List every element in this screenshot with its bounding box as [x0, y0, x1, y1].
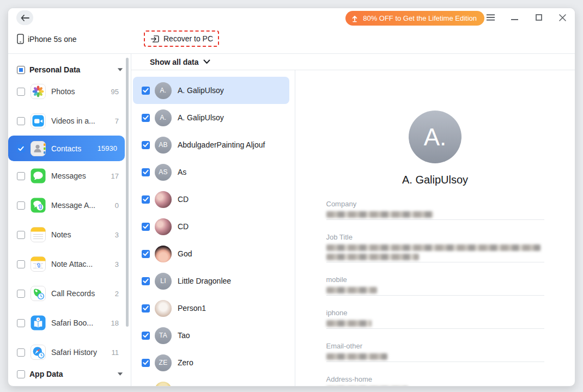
upgrade-arrow-icon	[351, 15, 359, 22]
app-data-checkbox[interactable]	[17, 370, 25, 378]
sidebar-item-label: Contacts	[51, 144, 98, 153]
field-value-redacted	[326, 254, 419, 260]
contact-list-item[interactable]: A.A. GalipUlsoy	[131, 104, 295, 131]
contact-list-item[interactable]: God	[131, 240, 295, 267]
note-attachments-icon	[31, 256, 46, 272]
contact-list-item[interactable]: Person1	[131, 295, 295, 322]
contact-checkbox[interactable]	[142, 359, 150, 367]
contact-checkbox[interactable]	[142, 223, 150, 231]
field-label: mobile	[326, 275, 544, 284]
sidebar-item-checkbox[interactable]	[17, 290, 25, 298]
maximize-icon[interactable]	[534, 12, 543, 23]
contact-name: A. GalipUlsoy	[178, 86, 224, 95]
contact-name: As	[178, 168, 186, 176]
sidebar-item-safari-history[interactable]: Safari History11	[8, 338, 131, 367]
contact-name: Little Dragonlee	[178, 277, 231, 285]
window-controls	[486, 12, 567, 23]
contact-avatar-initials: LI	[155, 273, 172, 290]
field-value-redacted	[326, 287, 377, 293]
contact-checkbox[interactable]	[142, 114, 150, 122]
contact-name: CD	[178, 195, 189, 204]
main-body: Personal Data Photos95Videos in a...7Con…	[8, 54, 575, 386]
sidebar-item-checkbox[interactable]	[17, 348, 25, 357]
promo-lifetime-button[interactable]: 80% OFF to Get the Lifetime Edition	[345, 11, 484, 26]
contact-checkbox[interactable]	[142, 304, 150, 313]
contact-checkbox[interactable]	[142, 386, 150, 387]
contact-list-item[interactable]: A.A. GalipUlsoy	[133, 77, 289, 104]
titlebar: 80% OFF to Get the Lifetime Edition iPho…	[8, 8, 575, 54]
minimize-icon[interactable]	[510, 12, 519, 23]
contact-checkbox[interactable]	[142, 141, 150, 149]
show-all-data-dropdown[interactable]: Show all data	[131, 58, 210, 66]
contact-list-item[interactable]: ASAs	[131, 158, 295, 186]
personal-data-label: Personal Data	[29, 65, 117, 74]
sidebar-item-note-attac[interactable]: Note Attac...3	[8, 249, 131, 279]
sidebar-section-personal-data[interactable]: Personal Data	[8, 63, 131, 77]
sidebar-item-videos-in-a[interactable]: Videos in a...7	[8, 106, 131, 136]
sidebar-item-label: Call Records	[51, 289, 115, 298]
contact-list-item[interactable]	[131, 376, 295, 386]
promo-label: 80% OFF to Get the Lifetime Edition	[363, 14, 477, 22]
contact-checkbox[interactable]	[142, 195, 150, 204]
field-label: Company	[326, 200, 544, 209]
contact-checkbox[interactable]	[142, 168, 150, 176]
sidebar-scrollbar[interactable]	[126, 58, 129, 327]
sidebar-item-checkbox[interactable]	[17, 260, 25, 268]
sidebar: Personal Data Photos95Videos in a...7Con…	[8, 54, 131, 386]
sidebar-item-count: 17	[111, 172, 119, 180]
sidebar-items: Photos95Videos in a...7Contacts15930Mess…	[8, 77, 131, 367]
contact-avatar-photo	[155, 382, 172, 387]
sidebar-item-messages[interactable]: Messages17	[8, 161, 131, 191]
contact-avatar-photo	[155, 191, 172, 208]
sidebar-item-photos[interactable]: Photos95	[8, 77, 131, 106]
sidebar-item-call-records[interactable]: Call Records2	[8, 279, 131, 308]
detail-field-company: Company	[326, 200, 544, 220]
contact-checkbox[interactable]	[142, 250, 150, 258]
sidebar-item-count: 11	[112, 348, 119, 357]
contact-list-panel: A.A. GalipUlsoyA.A. GalipUlsoyABAbdulgad…	[131, 70, 295, 386]
caret-down-icon[interactable]	[117, 68, 123, 72]
notes-icon	[31, 227, 46, 242]
recover-label: Recover to PC	[163, 34, 213, 43]
contact-name: God	[178, 249, 192, 258]
sidebar-item-label: Videos in a...	[51, 117, 115, 125]
sidebar-item-checkbox[interactable]	[17, 144, 25, 152]
detail-field-job-title: Job Title	[326, 233, 544, 262]
contact-checkbox[interactable]	[142, 277, 150, 285]
contact-name: CD	[178, 222, 189, 231]
sidebar-item-checkbox[interactable]	[17, 319, 25, 327]
contact-list-item[interactable]: LILittle Dragonlee	[131, 267, 295, 295]
sidebar-item-checkbox[interactable]	[17, 117, 25, 125]
contact-list-item[interactable]: CD	[131, 213, 295, 240]
sidebar-item-count: 15930	[98, 144, 117, 152]
sidebar-item-notes[interactable]: Notes3	[8, 220, 131, 249]
contact-avatar-initials: ZE	[155, 354, 172, 371]
sidebar-item-checkbox[interactable]	[17, 231, 25, 239]
contact-list-item[interactable]: ZEZero	[131, 349, 295, 376]
detail-field-iphone: iphone	[326, 309, 544, 329]
contact-list-item[interactable]: TATao	[131, 322, 295, 349]
sidebar-item-checkbox[interactable]	[17, 172, 25, 180]
contact-avatar-initials: AB	[155, 137, 172, 154]
sidebar-item-message-a[interactable]: Message A...0	[8, 191, 131, 220]
contact-checkbox[interactable]	[142, 332, 150, 340]
sidebar-item-count: 7	[115, 117, 119, 125]
sidebar-item-contacts[interactable]: Contacts15930	[8, 136, 125, 161]
contact-list-item[interactable]: ABAbdulgaderPainting Aljouf	[131, 131, 295, 158]
contact-items: A.A. GalipUlsoyA.A. GalipUlsoyABAbdulgad…	[131, 77, 295, 386]
sidebar-section-app-data[interactable]: App Data	[8, 367, 131, 381]
contact-list-item[interactable]: CD	[131, 186, 295, 213]
hamburger-icon[interactable]	[486, 12, 495, 23]
back-button[interactable]	[16, 10, 33, 25]
close-icon[interactable]	[558, 12, 567, 23]
caret-down-icon[interactable]	[117, 372, 123, 376]
sidebar-item-checkbox[interactable]	[17, 201, 25, 210]
recover-to-pc-button[interactable]: Recover to PC	[144, 30, 219, 47]
personal-data-checkbox[interactable]	[17, 66, 25, 74]
field-value-redacted	[326, 320, 372, 327]
sidebar-item-safari-boo[interactable]: Safari Boo...18	[8, 308, 131, 338]
sidebar-item-label: Notes	[51, 230, 115, 239]
contact-detail-name: A. GalipUlsoy	[295, 174, 575, 186]
sidebar-item-checkbox[interactable]	[17, 88, 25, 96]
contact-checkbox[interactable]	[142, 87, 150, 95]
